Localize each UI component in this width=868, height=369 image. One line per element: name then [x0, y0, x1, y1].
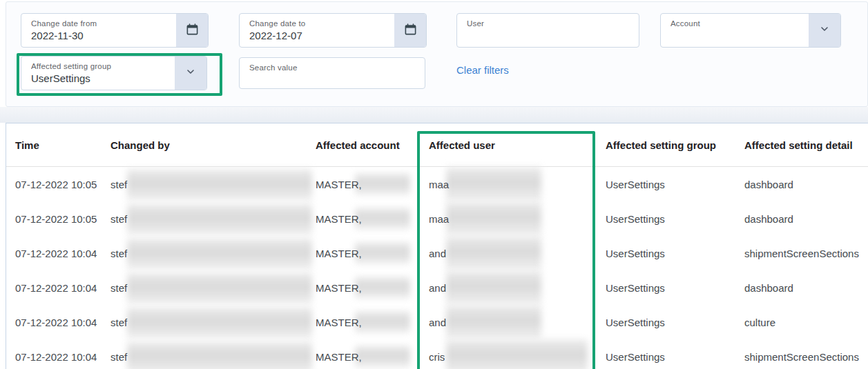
column-header-affected-setting-group: Affected setting group	[606, 139, 744, 151]
cell-affected-user: and	[429, 248, 606, 259]
cell-changed-by: stef	[110, 351, 316, 363]
affected-setting-group-dropdown-button[interactable]	[175, 57, 206, 90]
audit-log-table: Time Changed by Affected account Affecte…	[6, 123, 868, 369]
cell-changed-by: stef	[110, 317, 316, 328]
cell-affected-setting-group: UserSettings	[606, 317, 744, 328]
account-filter-select[interactable]: Account	[660, 13, 841, 48]
cell-affected-account: MASTER,	[316, 213, 429, 225]
cell-affected-setting-detail: shipmentScreenSections	[744, 351, 868, 363]
cell-time: 07-12-2022 10:04	[15, 351, 110, 363]
affected-setting-group-select[interactable]: Affected setting group UserSettings	[21, 56, 207, 90]
column-header-changed-by: Changed by	[110, 139, 316, 151]
table-row: 07-12-2022 10:04 stef MASTER, cris UserS…	[6, 339, 868, 369]
change-date-from-calendar-button[interactable]	[176, 14, 208, 47]
table-row: 07-12-2022 10:04 stef MASTER, and UserSe…	[6, 305, 868, 339]
cell-changed-by: stef	[110, 213, 316, 225]
column-header-time: Time	[15, 139, 110, 151]
change-date-to-field[interactable]: Change date to 2022-12-07	[239, 13, 427, 48]
cell-affected-setting-detail: culture	[744, 317, 868, 328]
cell-affected-account: MASTER,	[316, 179, 429, 190]
cell-time: 07-12-2022 10:05	[15, 179, 110, 190]
table-row: 07-12-2022 10:04 stef MASTER, and UserSe…	[6, 270, 868, 305]
cell-affected-user: maa	[429, 213, 606, 225]
change-date-to-calendar-button[interactable]	[394, 14, 426, 47]
account-dropdown-button[interactable]	[809, 14, 840, 47]
cell-time: 07-12-2022 10:04	[15, 248, 110, 259]
column-header-affected-setting-detail: Affected setting detail	[744, 139, 868, 151]
cell-affected-setting-detail: shipmentScreenSections	[744, 248, 868, 259]
cell-affected-setting-group: UserSettings	[606, 213, 744, 225]
chevron-down-icon	[185, 66, 196, 80]
cell-affected-user: cris	[429, 351, 606, 363]
affected-setting-group-label: Affected setting group	[31, 62, 175, 70]
change-date-from-label: Change date from	[31, 19, 176, 28]
clear-filters-link[interactable]: Clear filters	[456, 64, 509, 76]
column-header-affected-user: Affected user	[429, 139, 606, 151]
calendar-icon	[404, 23, 417, 39]
cell-affected-setting-group: UserSettings	[606, 248, 744, 259]
change-date-from-field[interactable]: Change date from 2022-11-30	[21, 13, 209, 48]
cell-affected-account: MASTER,	[316, 282, 429, 294]
cell-affected-account: MASTER,	[316, 317, 429, 328]
cell-affected-user: maa	[429, 179, 606, 190]
change-date-to-label: Change date to	[249, 19, 394, 28]
panel-gap-band	[0, 107, 868, 123]
cell-affected-setting-detail: dashboard	[744, 213, 868, 225]
cell-affected-account: MASTER,	[316, 248, 429, 259]
column-header-affected-account: Affected account	[316, 139, 429, 151]
table-row: 07-12-2022 10:05 stef MASTER, maa UserSe…	[6, 201, 868, 236]
cell-time: 07-12-2022 10:04	[15, 317, 110, 328]
cell-affected-account: MASTER,	[316, 351, 429, 363]
cell-affected-setting-detail: dashboard	[744, 179, 868, 190]
cell-changed-by: stef	[110, 282, 316, 294]
search-value-input[interactable]: Search value	[239, 57, 425, 89]
cell-affected-setting-group: UserSettings	[606, 351, 744, 363]
table-row: 07-12-2022 10:05 stef MASTER, maa UserSe…	[6, 167, 868, 201]
cell-changed-by: stef	[110, 179, 316, 190]
chevron-down-icon	[819, 23, 830, 37]
cell-affected-user: and	[429, 282, 606, 294]
user-filter-label: User	[467, 19, 607, 28]
calendar-icon	[186, 23, 199, 39]
table-header-row: Time Changed by Affected account Affecte…	[6, 123, 868, 167]
cell-affected-setting-group: UserSettings	[606, 282, 744, 294]
search-value-label: Search value	[249, 63, 393, 72]
filter-panel: Change date from 2022-11-30 Change date …	[6, 1, 868, 107]
user-filter-input[interactable]: User	[456, 13, 639, 48]
cell-affected-setting-group: UserSettings	[606, 179, 744, 190]
account-filter-label: Account	[671, 19, 809, 28]
cell-affected-setting-detail: dashboard	[744, 282, 868, 294]
cell-time: 07-12-2022 10:04	[15, 282, 110, 294]
table-row: 07-12-2022 10:04 stef MASTER, and UserSe…	[6, 236, 868, 270]
cell-changed-by: stef	[110, 248, 316, 259]
cell-affected-user: and	[429, 317, 606, 328]
cell-time: 07-12-2022 10:05	[15, 213, 110, 225]
